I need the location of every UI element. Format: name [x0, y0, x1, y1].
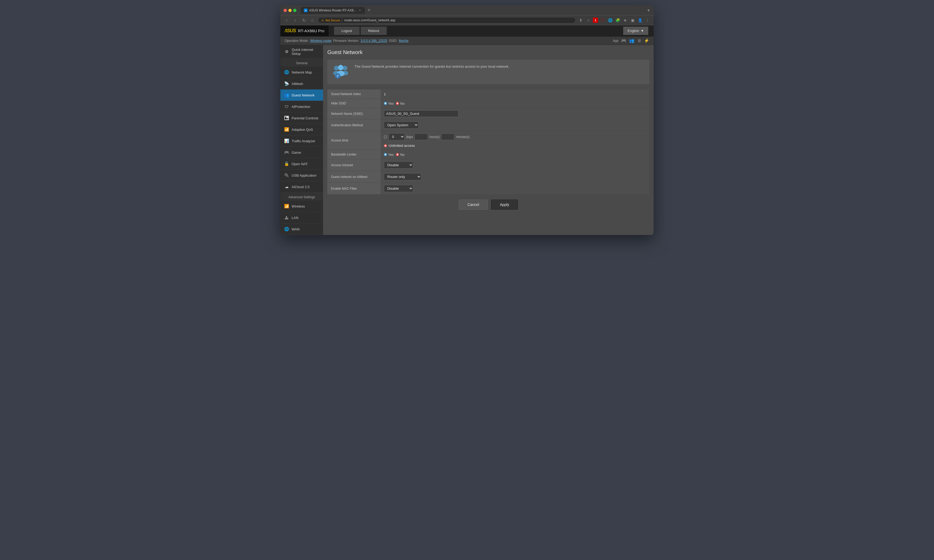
minimize-button[interactable] — [288, 9, 291, 12]
security-icon: ⚠ — [321, 18, 324, 22]
hours-label: hour(s) — [429, 135, 439, 139]
sidebar-item-aiprotection[interactable]: 🛡 AiProtection — [281, 101, 323, 112]
bookmark-icon[interactable]: ☆ — [585, 17, 591, 23]
svg-point-0 — [334, 66, 339, 70]
sidebar-item-game[interactable]: 🎮 Game — [281, 147, 323, 158]
usb-icon: ⚡ — [644, 38, 649, 43]
address-bar[interactable]: ⚠ Not Secure | router.asus.com/Guest_net… — [318, 17, 576, 23]
quick-setup-icon: ⚙ — [284, 49, 290, 55]
operation-mode-value[interactable]: Wireless router — [310, 39, 331, 43]
sidebar-item-lan[interactable]: 🖧 LAN — [281, 212, 323, 223]
firmware-value[interactable]: 3.0.0.4.388_22525 — [361, 39, 387, 43]
label-ssid: Network Name (SSID) — [327, 108, 381, 119]
hours-input[interactable] — [415, 134, 428, 140]
header-nav: Logout Reboot English ▼ — [329, 27, 653, 35]
status-icons: App 🎮 👥 🖥 ⚡ — [613, 38, 649, 43]
hide-ssid-no-radio[interactable]: No — [396, 102, 405, 106]
unlimited-radio[interactable] — [384, 144, 387, 147]
window-control-arrow[interactable]: ▼ — [647, 8, 650, 12]
language-selector[interactable]: English ▼ — [623, 27, 648, 35]
home-button[interactable]: ⌂ — [309, 17, 316, 23]
sidebar-item-parental-controls[interactable]: 👨‍👧 Parental Controls — [281, 112, 323, 124]
new-tab-button[interactable]: + — [366, 7, 372, 14]
network-map-icon: 🌐 — [284, 69, 290, 75]
access-intranet-select[interactable]: Disable Enable — [384, 162, 413, 169]
sidebar-item-quick-internet-setup[interactable]: ⚙ Quick Internet Setup — [281, 45, 323, 58]
profile-icon[interactable]: 👤 — [637, 17, 643, 23]
sidebar-item-wireless[interactable]: 📶 Wireless — [281, 201, 323, 212]
browser-tab[interactable]: A ASUS Wireless Router RT-AX8... ✕ — [301, 7, 365, 14]
mac-filter-select[interactable]: Disable Accept Reject — [384, 185, 413, 192]
sidebar-item-usb-application[interactable]: 🔌 USB Application — [281, 170, 323, 181]
sidebar-item-guest-network[interactable]: 👥 Guest Network — [281, 89, 323, 101]
ssid-input[interactable] — [384, 110, 458, 117]
value-auth-method: Open System WPA2-Personal WPA3-Personal — [381, 119, 649, 131]
url-text[interactable]: router.asus.com/Guest_network.asp — [344, 18, 572, 22]
sidebar-label-wireless: Wireless — [291, 204, 305, 208]
form-row-access-time: Access time 0 1 2 days — [327, 131, 649, 150]
bandwidth-yes-radio[interactable]: Yes — [384, 153, 394, 157]
browser-toolbar: ‹ › ↻ ⌂ ⚠ Not Secure | router.asus.com/G… — [281, 15, 653, 25]
radio-no-indicator — [396, 102, 399, 105]
forward-button[interactable]: › — [292, 17, 299, 23]
share-icon[interactable]: ⬆ — [578, 17, 584, 23]
form-row-guest-network-index: Guest Network index 1 — [327, 89, 649, 99]
radio-yes-label: Yes — [388, 102, 394, 106]
menu-icon[interactable]: ⋮ — [644, 17, 650, 23]
minutes-input[interactable] — [441, 134, 455, 140]
ssid-value[interactable]: Mezha — [399, 39, 408, 43]
shield-icon[interactable]: 🛡 — [600, 17, 606, 23]
cancel-button[interactable]: Cancel — [459, 200, 488, 210]
logout-button[interactable]: Logout — [334, 27, 359, 35]
sidebar-advanced-label: Advanced Settings — [281, 192, 323, 201]
svg-point-4 — [338, 65, 344, 70]
close-button[interactable] — [284, 9, 287, 12]
days-select[interactable]: 0 1 2 — [388, 133, 405, 140]
sidebar-item-network-map[interactable]: 🌐 Network Map — [281, 66, 323, 78]
refresh-button[interactable]: ↻ — [301, 17, 307, 23]
apply-button[interactable]: Apply — [491, 200, 518, 210]
wan-icon: 🌐 — [284, 226, 290, 232]
star-icon[interactable]: ★ — [622, 17, 628, 23]
tab-close-button[interactable]: ✕ — [358, 9, 362, 12]
svg-text:✓: ✓ — [336, 74, 339, 78]
monitor-icon: 🖥 — [637, 38, 641, 43]
reboot-button[interactable]: Reboot — [361, 27, 387, 35]
toolbar-actions: ⬆ ☆ 1 🛡 🌐 🧩 ★ ▣ 👤 ⋮ — [578, 17, 650, 23]
sidebar-label-network-map: Network Map — [291, 70, 312, 74]
unlimited-label: Unlimited access — [388, 144, 415, 148]
extensions-icon[interactable]: 1 — [593, 18, 598, 23]
value-hide-ssid: Yes No — [381, 99, 649, 108]
page-title: Guest Network — [327, 49, 649, 55]
sidebar-item-open-nat[interactable]: 🔓 Open NAT — [281, 158, 323, 170]
label-access-intranet: Access Intranet — [327, 159, 381, 171]
form-row-bandwidth-limiter: Bandwidth Limiter Yes No — [327, 150, 649, 159]
security-label: Not Secure — [325, 18, 340, 22]
sidebar-item-adaptive-qos[interactable]: 📶 Adaptive QoS — [281, 124, 323, 135]
auth-method-select[interactable]: Open System WPA2-Personal WPA3-Personal — [384, 122, 418, 129]
dropdown-arrow-icon: ▼ — [641, 29, 644, 33]
form-row-ssid: Network Name (SSID) — [327, 108, 649, 119]
sidebar-item-aimesh[interactable]: 📡 AiMesh — [281, 78, 323, 89]
button-area: Cancel Apply — [327, 200, 649, 210]
sidebar-label-aicloud: AiCloud 2.0 — [291, 185, 310, 189]
aimesh-select[interactable]: Router only All nodes — [384, 173, 421, 180]
back-button[interactable]: ‹ — [284, 17, 290, 23]
sidebar-label-aimesh: AiMesh — [291, 82, 303, 86]
sidebar-item-aicloud[interactable]: ☁ AiCloud 2.0 — [281, 181, 323, 192]
bandwidth-no-radio[interactable]: No — [396, 153, 405, 157]
sidebar-icon[interactable]: ▣ — [630, 17, 635, 23]
value-aimesh-network: Router only All nodes — [381, 171, 649, 183]
sidebar-item-wan[interactable]: 🌐 WAN — [281, 223, 323, 235]
form-row-access-intranet: Access Intranet Disable Enable — [327, 159, 649, 171]
maximize-button[interactable] — [293, 9, 296, 12]
sidebar-item-traffic-analyzer[interactable]: 📊 Traffic Analyzer — [281, 135, 323, 147]
sidebar: ⚙ Quick Internet Setup General 🌐 Network… — [281, 45, 323, 235]
hide-ssid-yes-radio[interactable]: Yes — [384, 102, 394, 106]
globe-icon[interactable]: 🌐 — [607, 17, 613, 23]
puzzle-icon[interactable]: 🧩 — [615, 17, 621, 23]
sidebar-label-game: Game — [291, 151, 301, 154]
access-time-radio[interactable] — [384, 135, 387, 138]
aimesh-icon: 📡 — [284, 81, 290, 86]
tab-bar: A ASUS Wireless Router RT-AX8... ✕ + — [301, 7, 644, 14]
